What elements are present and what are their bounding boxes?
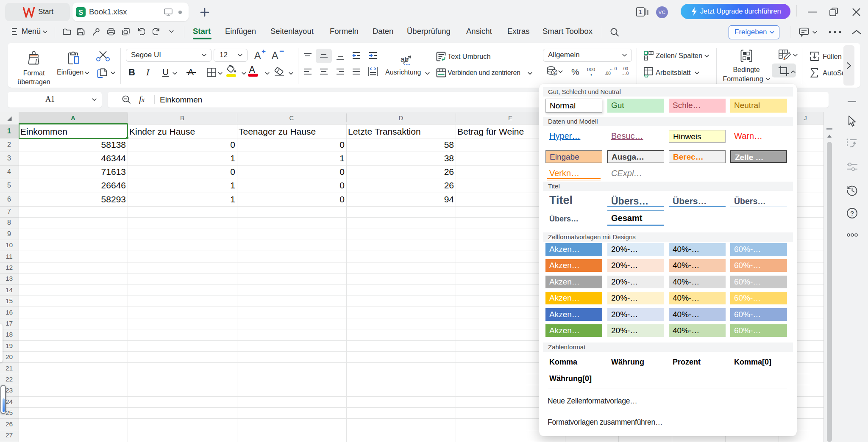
svg-text:?: ?: [850, 210, 854, 217]
svg-text:1: 1: [639, 8, 642, 15]
svg-text:.00: .00: [605, 71, 611, 76]
svg-text:→.0: →.0: [621, 71, 629, 76]
svg-text:←.0: ←.0: [609, 66, 617, 71]
svg-text:.00: .00: [622, 66, 628, 71]
svg-text:¥: ¥: [553, 70, 556, 75]
svg-text:,: ,: [590, 70, 592, 76]
svg-text:S: S: [78, 9, 83, 16]
